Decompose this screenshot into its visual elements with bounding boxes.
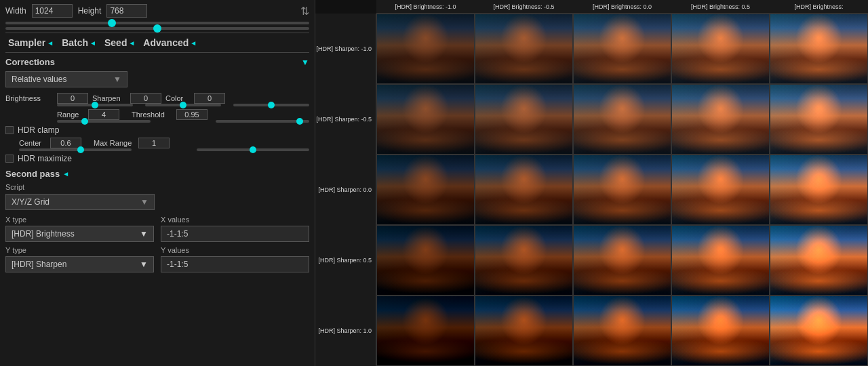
- cell-4-1: [475, 296, 573, 366]
- height-slider-row: [5, 27, 309, 30]
- hdr-clamp-checkbox[interactable]: [5, 126, 14, 134]
- color-input[interactable]: [194, 93, 225, 104]
- range-slider-row: [5, 120, 309, 123]
- nav-batch-label: Batch: [62, 37, 88, 48]
- col-header-3: [HDR] Brightness: 0.5: [671, 0, 770, 14]
- brightness-thumb[interactable]: [92, 102, 98, 108]
- cell-img-4-1: [475, 296, 572, 365]
- cell-img-1-2: [574, 85, 671, 154]
- brightness-slider[interactable]: [57, 104, 133, 106]
- cell-img-0-2: [574, 14, 671, 83]
- brightness-slider-row: [5, 104, 309, 106]
- sharpen-label: Sharpen: [92, 94, 126, 102]
- y-type-dropdown[interactable]: [HDR] Sharpen ▼: [5, 256, 154, 272]
- corrections-dropdown[interactable]: Relative values ▼: [5, 71, 127, 87]
- bsc-row: Brightness Sharpen Color: [5, 93, 309, 104]
- color-label: Color: [165, 94, 190, 102]
- width-label: Width: [5, 6, 26, 16]
- second-pass-title: Second pass: [5, 169, 60, 179]
- center-maxrange-row: Center Max Range: [5, 138, 309, 148]
- hdr-maximize-label: HDR maximize: [18, 154, 72, 163]
- cell-img-4-0: [377, 296, 474, 365]
- range-slider[interactable]: [57, 120, 151, 123]
- height-slider-track[interactable]: [5, 27, 309, 30]
- cell-2-1: [475, 155, 573, 225]
- nav-sampler-arrow: ◄: [47, 39, 54, 47]
- hdr-maximize-checkbox[interactable]: [5, 155, 14, 163]
- cell-img-2-4: [770, 155, 867, 224]
- threshold-slider[interactable]: [216, 120, 309, 123]
- cell-0-2: [573, 14, 671, 84]
- threshold-thumb[interactable]: [296, 118, 303, 125]
- cell-2-0: [376, 155, 475, 225]
- col-header-2: [HDR] Brightness: 0.0: [573, 0, 671, 14]
- cell-4-0: [376, 296, 475, 366]
- width-input[interactable]: [32, 4, 73, 18]
- range-thumb[interactable]: [81, 118, 88, 125]
- cell-img-1-1: [475, 85, 572, 154]
- nav-sampler-label: Sampler: [8, 37, 45, 48]
- color-slider[interactable]: [233, 104, 309, 106]
- nav-seed-arrow: ◄: [128, 39, 135, 47]
- corrections-collapse-icon[interactable]: ▼: [301, 58, 309, 67]
- nav-advanced-arrow: ◄: [190, 39, 197, 47]
- nav-seed[interactable]: Seed ◄: [102, 36, 138, 49]
- script-dropdown[interactable]: X/Y/Z Grid ▼: [5, 194, 155, 210]
- cell-2-2: [573, 155, 671, 225]
- y-type-group: Y type [HDR] Sharpen ▼: [5, 246, 154, 272]
- x-values-input[interactable]: [161, 226, 309, 242]
- cell-4-3: [671, 296, 770, 366]
- range-input[interactable]: [88, 109, 119, 120]
- row-header-0: [HDR] Sharpen: -1.0: [315, 14, 376, 84]
- cell-3-2: [573, 225, 671, 296]
- cell-img-0-0: [377, 14, 474, 83]
- height-slider-thumb[interactable]: [153, 24, 161, 33]
- sharpen-thumb[interactable]: [180, 102, 186, 108]
- center-input[interactable]: [50, 138, 81, 148]
- cell-img-3-3: [672, 226, 769, 295]
- height-input[interactable]: [106, 4, 147, 18]
- cell-0-1: [475, 14, 573, 84]
- center-slider[interactable]: [19, 148, 132, 151]
- color-thumb[interactable]: [268, 102, 275, 108]
- max-range-label: Max Range: [94, 139, 134, 147]
- cell-0-0: [376, 14, 475, 84]
- cell-img-1-3: [672, 85, 769, 154]
- cell-img-1-4: [770, 85, 867, 154]
- cell-3-1: [475, 225, 573, 296]
- script-dropdown-value: X/Y/Z Grid: [12, 197, 50, 207]
- hdr-clamp-label: HDR clamp: [18, 125, 59, 135]
- cell-3-3: [671, 225, 770, 296]
- sharpen-slider[interactable]: [145, 104, 221, 106]
- x-type-dropdown[interactable]: [HDR] Brightness ▼: [5, 226, 154, 242]
- brightness-label: Brightness: [5, 94, 53, 102]
- brightness-input[interactable]: [57, 93, 88, 104]
- cell-img-0-4: [770, 14, 867, 83]
- row-header-4: [HDR] Sharpen: 1.0: [315, 296, 376, 366]
- corrections-dropdown-arrow: ▼: [113, 75, 121, 84]
- y-type-value: [HDR] Sharpen: [12, 260, 66, 269]
- max-range-slider[interactable]: [197, 148, 309, 151]
- y-type-arrow: ▼: [140, 260, 148, 269]
- cell-1-2: [573, 84, 671, 155]
- nav-sampler[interactable]: Sampler ◄: [5, 36, 56, 49]
- width-slider-thumb[interactable]: [108, 19, 116, 27]
- nav-advanced[interactable]: Advanced ◄: [140, 36, 199, 49]
- second-pass-arrow[interactable]: ◄: [62, 170, 69, 178]
- threshold-input[interactable]: [176, 109, 208, 120]
- col-header-1: [HDR] Brightness: -0.5: [475, 0, 573, 14]
- cell-img-3-0: [377, 226, 474, 295]
- center-thumb[interactable]: [77, 146, 84, 153]
- image-grid-panel: [HDR] Brightness: -1.0 [HDR] Brightness:…: [315, 0, 868, 366]
- max-range-input[interactable]: [138, 138, 170, 148]
- height-label: Height: [78, 6, 102, 16]
- swap-button[interactable]: ⇅: [300, 5, 309, 18]
- hdr-clamp-row: HDR clamp: [5, 125, 309, 135]
- y-values-input[interactable]: [161, 256, 309, 272]
- nav-batch[interactable]: Batch ◄: [59, 36, 99, 49]
- center-label: Center: [19, 139, 46, 147]
- sharpen-input[interactable]: [130, 93, 161, 104]
- nav-advanced-label: Advanced: [143, 37, 189, 48]
- max-range-thumb[interactable]: [250, 146, 256, 153]
- corrections-header: Corrections ▼: [5, 57, 309, 67]
